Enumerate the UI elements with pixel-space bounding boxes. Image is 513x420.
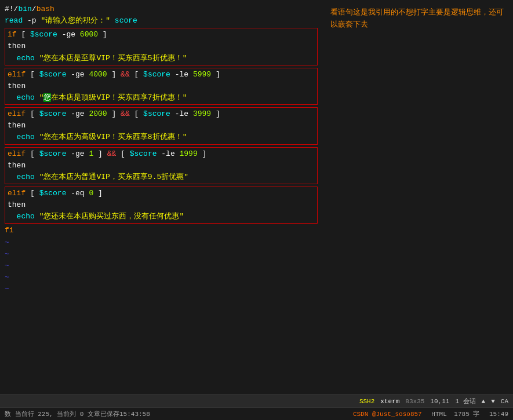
elif-line-1: elif [ $score -ge 4000 ] && [ $score -le… bbox=[8, 69, 315, 81]
echo-line-1: echo "您在本店是至尊VIP！买东西享5折优惠！" bbox=[8, 53, 315, 64]
echo-line-5: echo "您还未在本店购买过东西，没有任何优惠" bbox=[8, 211, 315, 222]
page-num: 1785 字 bbox=[454, 411, 479, 418]
elif-line-3: elif [ $score -ge 1 ] && [ $score -le 19… bbox=[8, 148, 315, 160]
bottom-bar: 数 当前行 225, 当前列 0 文章已保存15:43:58 CSDN @Jus… bbox=[0, 407, 513, 420]
echo-line-4: echo "您在本店为普通VIP，买东西享9.5折优惠" bbox=[8, 171, 315, 183]
tilde-2: ~ bbox=[5, 249, 320, 260]
elif-line-4: elif [ $score -eq 0 ] bbox=[8, 188, 315, 199]
session-label: 1 会话 bbox=[455, 397, 475, 406]
csdn-text: CSDN @Just_soso857 bbox=[353, 411, 422, 418]
elif-block-4: elif [ $score -eq 0 ] then echo "您还未在本店购… bbox=[5, 187, 318, 224]
elif-block-2: elif [ $score -ge 2000 ] && [ $score -le… bbox=[5, 107, 318, 144]
code-section: #!/bin/bash read -p "请输入您的积分：" score if … bbox=[0, 2, 325, 392]
shebang-line: #!/bin/bash bbox=[5, 3, 320, 15]
elif-block-3: elif [ $score -ge 1 ] && [ $score -le 19… bbox=[5, 147, 318, 184]
term-size: 83x35 bbox=[405, 398, 424, 405]
elif-block-1: elif [ $score -ge 4000 ] && [ $score -le… bbox=[5, 68, 318, 105]
tilde-1: ~ bbox=[5, 237, 320, 249]
then-line-1: then bbox=[8, 41, 315, 52]
echo-line-3: echo "您在本店为高级VIP！买东西享8折优惠！" bbox=[8, 132, 315, 143]
statusbar: SSH2 xterm 83x35 10,11 1 会话 ▲ ▼ CA bbox=[0, 395, 513, 407]
html-label: HTML bbox=[431, 411, 446, 418]
bottom-right-area: CSDN @Just_soso857 HTML 1785 字 15:49 bbox=[353, 410, 508, 418]
annotation-text: 看语句这是我引用的不想打字主要是逻辑思维，还可以嵌套下去 bbox=[330, 8, 504, 29]
statusbar-right: SSH2 xterm 83x35 10,11 1 会话 ▲ ▼ CA bbox=[359, 397, 508, 406]
editor-area: #!/bin/bash read -p "请输入您的积分：" score if … bbox=[0, 0, 513, 395]
time-label: 15:49 bbox=[489, 411, 508, 418]
up-arrow[interactable]: ▲ bbox=[482, 398, 486, 405]
down-arrow[interactable]: ▼ bbox=[491, 398, 495, 405]
echo-line-2: echo "您在本店是顶级VIP！买东西享7折优惠！" bbox=[8, 92, 315, 104]
then-line-5: then bbox=[8, 199, 315, 211]
if-line: if [ $score -ge 6000 ] bbox=[8, 29, 315, 41]
xterm-label: xterm bbox=[380, 398, 399, 405]
elif-line-2: elif [ $score -ge 2000 ] && [ $score -le… bbox=[8, 108, 315, 120]
position-label: 10,11 bbox=[430, 398, 449, 405]
tilde-4: ~ bbox=[5, 272, 320, 283]
tilde-3: ~ bbox=[5, 260, 320, 272]
ca-label: CA bbox=[501, 398, 508, 405]
if-block: if [ $score -ge 6000 ] then echo "您在本店是至… bbox=[5, 28, 318, 65]
tilde-5: ~ bbox=[5, 283, 320, 295]
then-line-4: then bbox=[8, 160, 315, 171]
read-line: read -p "请输入您的积分：" score bbox=[5, 15, 320, 27]
ssh2-label: SSH2 bbox=[359, 398, 374, 405]
bottom-left-text: 数 当前行 225, 当前列 0 文章已保存15:43:58 bbox=[5, 410, 150, 418]
then-line-3: then bbox=[8, 120, 315, 132]
annotation-section: 看语句这是我引用的不想打字主要是逻辑思维，还可以嵌套下去 bbox=[325, 2, 513, 392]
then-line-2: then bbox=[8, 81, 315, 92]
fi-line: fi bbox=[5, 225, 320, 236]
